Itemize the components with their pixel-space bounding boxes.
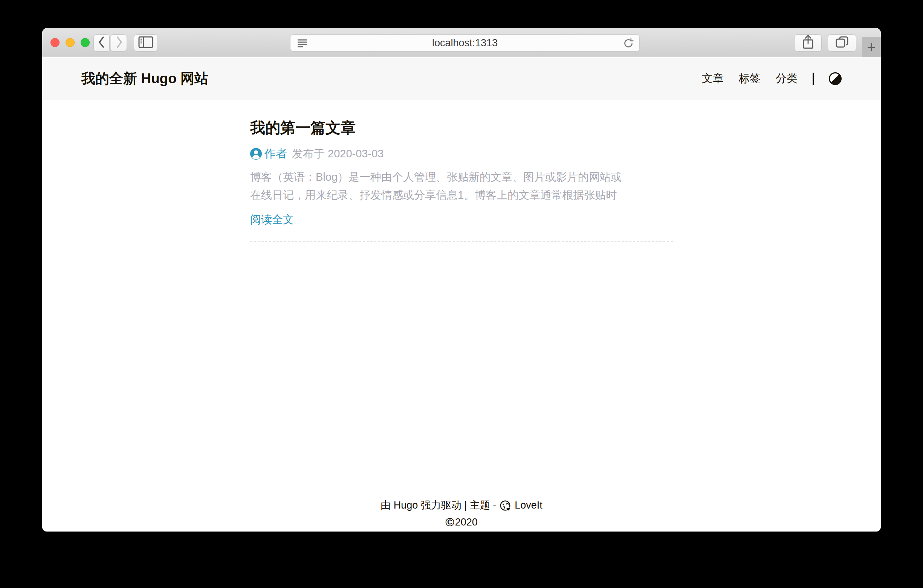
copyright-year: 2020 <box>455 516 478 528</box>
address-bar[interactable]: localhost:1313 <box>290 34 640 52</box>
plus-icon: + <box>867 39 875 54</box>
share-button[interactable] <box>794 34 822 52</box>
zoom-window-button[interactable] <box>80 38 90 47</box>
powered-by-text: 由 Hugo 强力驱动 | 主题 - <box>381 497 496 514</box>
new-tab-button[interactable]: + <box>862 37 881 57</box>
user-circle-icon <box>250 148 262 160</box>
site-footer: 由 Hugo 强力驱动 | 主题 - LoveIt ©2020 <box>42 497 881 532</box>
site-title-link[interactable]: 我的全新 Hugo 网站 <box>81 69 209 88</box>
sidebar-toggle-button[interactable] <box>134 34 158 52</box>
browser-window: localhost:1313 <box>42 28 881 532</box>
tab-overview-button[interactable] <box>828 34 856 52</box>
theme-toggle-icon[interactable] <box>829 72 842 85</box>
site-nav: 文章 标签 分类 <box>702 71 842 86</box>
tabs-icon <box>834 35 849 51</box>
traffic-lights <box>51 38 90 47</box>
minimize-window-button[interactable] <box>66 38 75 47</box>
publish-date: 发布于 2020-03-03 <box>292 146 384 162</box>
sidebar-icon <box>138 36 154 50</box>
post-divider <box>250 241 673 242</box>
nav-divider <box>813 73 814 85</box>
forward-button[interactable] <box>111 34 127 52</box>
chevron-right-icon <box>115 34 123 51</box>
article-summary: 博客（英语：Blog）是一种由个人管理、张贴新的文章、图片或影片的网站或 在线日… <box>250 168 673 204</box>
reader-icon[interactable] <box>297 38 308 50</box>
article-title-link[interactable]: 我的第一篇文章 <box>250 120 673 136</box>
close-window-button[interactable] <box>51 38 59 47</box>
refresh-button[interactable] <box>623 38 634 51</box>
nav-item-categories[interactable]: 分类 <box>776 71 798 86</box>
chevron-left-icon <box>97 34 106 51</box>
read-more-link[interactable]: 阅读全文 <box>250 212 294 228</box>
browser-toolbar: localhost:1313 <box>42 28 881 57</box>
back-button[interactable] <box>94 34 110 52</box>
nav-item-tags[interactable]: 标签 <box>739 71 760 86</box>
footer-copyright-line: ©2020 <box>42 514 881 531</box>
nav-item-posts[interactable]: 文章 <box>702 71 724 86</box>
address-text[interactable]: localhost:1313 <box>432 37 498 49</box>
author-link[interactable]: 作者 <box>264 146 287 162</box>
article-meta: 作者 发布于 2020-03-03 <box>250 146 673 162</box>
share-icon <box>802 34 815 52</box>
site-header: 我的全新 Hugo 网站 文章 标签 分类 <box>42 57 881 100</box>
theme-link[interactable]: LoveIt <box>515 497 542 514</box>
kissing-face-heart-icon <box>499 500 511 512</box>
footer-powered-line: 由 Hugo 强力驱动 | 主题 - LoveIt <box>42 497 881 514</box>
copyright-icon: © <box>445 515 454 529</box>
main-content: 我的第一篇文章 作者 发布于 2020-03-03 博客（英语：Blog）是一种… <box>250 120 673 242</box>
